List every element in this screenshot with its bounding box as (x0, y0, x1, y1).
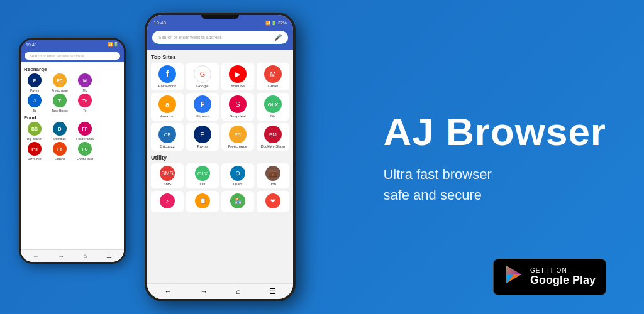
back-search-bar[interactable]: Search or enter website address (25, 52, 120, 60)
play-store-icon (504, 264, 524, 290)
icon-cricbuzz[interactable]: CB Cricbuzz (151, 123, 184, 151)
back-icon-freecharge[interactable]: FC Freecharge (48, 73, 72, 92)
icon-paytm[interactable]: P Paytm (186, 123, 219, 151)
back-icon-taskbucks[interactable]: T Task Bucks (48, 94, 72, 112)
utility-title: Utility (151, 154, 289, 161)
back-status-time: 19:48 (26, 43, 37, 47)
subtitle-line2: safe and secure (383, 187, 482, 203)
phone-front: 19:48 📶🔋 32% Search or enter website add… (145, 13, 296, 301)
utility-item2-2[interactable]: 📋 (186, 191, 219, 212)
top-sites-grid: f Face-book G Google ▶ Youtube M (151, 63, 289, 151)
app-title: AJ Browser (383, 109, 606, 154)
icon-bookmyshow[interactable]: BM BookMy-Show (257, 123, 289, 151)
utility-item2-3[interactable]: 🏪 (221, 191, 254, 212)
back-search-text: Search or enter website address (30, 54, 84, 58)
svg-marker-3 (506, 266, 521, 274)
nav-home-icon[interactable]: ⌂ (236, 287, 240, 296)
get-it-text: GET IT ON (530, 267, 596, 274)
front-search-bar-inner[interactable]: Search or enter website address 🎤 (152, 31, 288, 45)
app-subtitle: Ultra fast browser safe and secure (383, 164, 606, 205)
icon-facebook[interactable]: f Face-book (151, 63, 184, 90)
play-badge-text-group: GET IT ON Google Play (530, 267, 596, 287)
nav-forward-icon[interactable]: → (200, 287, 208, 296)
back-nav-bar: ← → ⌂ ☰ (21, 249, 124, 262)
front-time: 19:48 (153, 20, 166, 26)
back-icon-mo[interactable]: M Mo (73, 73, 97, 92)
icon-youtube[interactable]: ▶ Youtube (221, 63, 254, 90)
phones-area: 19:48 📶🔋 Search or enter website address… (19, 6, 314, 308)
phone-back: 19:48 📶🔋 Search or enter website address… (19, 38, 126, 264)
subtitle-line1: Ultra fast browser (383, 166, 491, 182)
back-recharge-title: Recharge (24, 67, 122, 72)
nav-back-icon[interactable]: ← (164, 287, 172, 296)
utility-sms[interactable]: SMS SMS (151, 163, 184, 188)
utility-quikr[interactable]: Q Quikr (221, 163, 254, 188)
top-sites-title: Top Sites (151, 54, 289, 60)
google-play-text: Google Play (530, 274, 596, 287)
icon-google[interactable]: G Google (186, 63, 219, 90)
back-icon-dominos[interactable]: D Dominos (48, 122, 72, 141)
back-icon-foodpanda[interactable]: FP Food-Panda (73, 122, 97, 141)
utility-olx[interactable]: OLX Olx (186, 163, 219, 188)
front-status-icons: 📶🔋 32% (265, 21, 287, 26)
icon-flipkart[interactable]: F Flipkart (186, 93, 219, 121)
back-icon-jio[interactable]: J Jio (23, 94, 47, 112)
back-icon-bigbasket[interactable]: BB Big Basket (23, 122, 47, 141)
front-content-area: Top Sites f Face-book G Google ▶ You (147, 50, 293, 284)
back-icon-foodcloud[interactable]: FC Food-Cloud (73, 142, 97, 161)
phone-notch (201, 15, 239, 19)
back-icon-te[interactable]: Te Te (73, 94, 97, 112)
nav-menu-icon[interactable]: ☰ (269, 287, 276, 296)
icon-amazon[interactable]: a Amazon (151, 93, 184, 121)
utility-item2-1[interactable]: ♪ (151, 191, 184, 212)
mic-icon[interactable]: 🎤 (274, 34, 282, 41)
google-play-badge[interactable]: GET IT ON Google Play (493, 259, 606, 295)
utility-section: Utility SMS SMS OLX Olx Q Quikr (151, 154, 289, 212)
right-panel: AJ Browser Ultra fast browser safe and s… (383, 109, 606, 205)
utility-grid: SMS SMS OLX Olx Q Quikr 💼 (151, 163, 289, 188)
front-search-area: Search or enter website address 🎤 (147, 28, 293, 50)
icon-gmail[interactable]: M Gmail (257, 63, 289, 90)
icon-olx[interactable]: OLX Olx (257, 93, 289, 121)
front-search-placeholder: Search or enter website address (158, 35, 222, 40)
utility-grid-2: ♪ 📋 🏪 ❤ (151, 191, 289, 212)
icon-freecharge[interactable]: FC Freecharge (221, 123, 254, 151)
utility-job[interactable]: 💼 Job (257, 163, 289, 188)
back-icon-pizzahut[interactable]: PH Pizza Hut (23, 142, 47, 161)
utility-item2-4[interactable]: ❤ (257, 191, 289, 212)
front-nav-bar: ← → ⌂ ☰ (147, 283, 293, 299)
icon-snapdeal[interactable]: S Snapdeal (221, 93, 254, 121)
back-status-icons: 📶🔋 (108, 42, 119, 47)
back-icon-paytm[interactable]: P Paytm (23, 73, 47, 92)
back-food-title: Food (24, 115, 122, 121)
back-icon-faasos[interactable]: Fa Faasos (48, 142, 72, 161)
